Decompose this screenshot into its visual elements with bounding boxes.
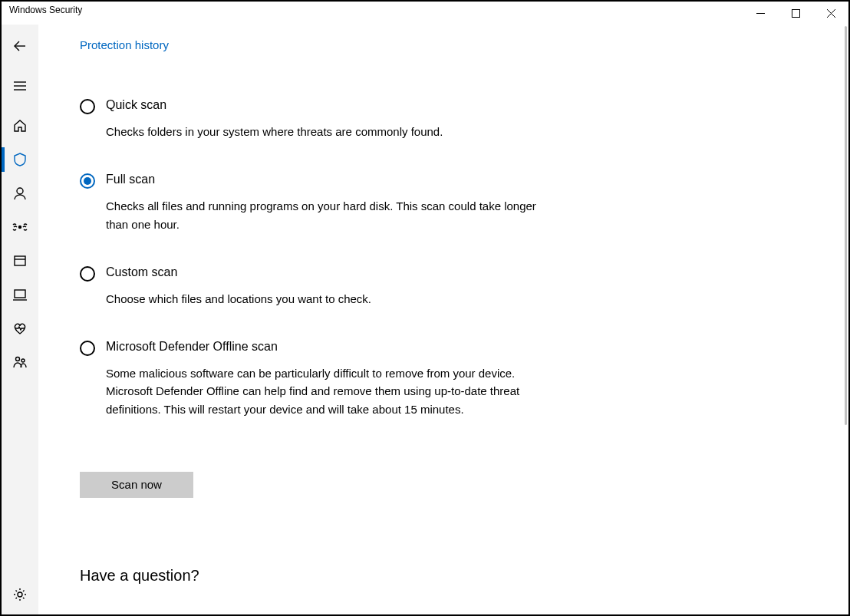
app-browser-icon: [12, 253, 28, 268]
titlebar: Windows Security: [2, 2, 848, 25]
scan-now-button[interactable]: Scan now: [80, 472, 193, 498]
option-desc: Some malicious software can be particula…: [106, 364, 543, 418]
body: Protection history Quick scan Checks fol…: [2, 25, 848, 614]
radio-offline-scan[interactable]: [80, 341, 95, 356]
option-offline-scan[interactable]: Microsoft Defender Offline scan Some mal…: [80, 340, 571, 418]
scan-options: Quick scan Checks folders in your system…: [80, 98, 571, 585]
nav-virus-threat[interactable]: [2, 143, 38, 176]
nav-app-browser[interactable]: [2, 244, 38, 278]
option-text: Full scan Checks all files and running p…: [106, 173, 571, 233]
svg-point-9: [19, 226, 21, 229]
window-security: Windows Security: [0, 0, 850, 616]
account-icon: [12, 186, 28, 201]
nav-family[interactable]: [2, 345, 38, 379]
option-title: Custom scan: [106, 265, 571, 279]
option-title: Full scan: [106, 173, 571, 186]
option-desc: Checks folders in your system where thre…: [106, 123, 543, 140]
svg-point-8: [17, 188, 23, 194]
svg-point-16: [18, 592, 22, 597]
option-desc: Checks all files and running programs on…: [106, 197, 543, 233]
option-title: Quick scan: [106, 98, 571, 112]
nav-menu[interactable]: [2, 69, 38, 103]
option-text: Microsoft Defender Offline scan Some mal…: [106, 340, 571, 418]
device-icon: [12, 287, 28, 302]
minimize-button[interactable]: [743, 2, 778, 25]
home-icon: [12, 118, 28, 133]
sidebar: [2, 25, 38, 614]
gear-icon: [12, 587, 28, 602]
option-quick-scan[interactable]: Quick scan Checks folders in your system…: [80, 98, 571, 140]
nav-home[interactable]: [2, 109, 38, 143]
radio-custom-scan[interactable]: [80, 266, 95, 282]
main-content: Protection history Quick scan Checks fol…: [38, 25, 848, 614]
option-desc: Choose which files and locations you wan…: [106, 290, 543, 308]
nav-device-performance[interactable]: [2, 311, 38, 345]
option-title: Microsoft Defender Offline scan: [106, 340, 571, 354]
firewall-icon: [12, 219, 28, 235]
back-icon: [12, 38, 28, 54]
svg-rect-1: [792, 9, 799, 17]
maximize-icon: [792, 9, 800, 18]
radio-full-scan[interactable]: [80, 173, 95, 189]
minimize-icon: [756, 9, 765, 18]
radio-quick-scan[interactable]: [80, 99, 95, 114]
nav-device-security[interactable]: [2, 278, 38, 311]
window-title: Windows Security: [2, 2, 743, 15]
have-a-question-heading: Have a question?: [80, 567, 571, 585]
option-text: Quick scan Checks folders in your system…: [106, 98, 571, 140]
protection-history-link[interactable]: Protection history: [80, 25, 169, 51]
maximize-button[interactable]: [778, 2, 813, 25]
menu-icon: [12, 78, 28, 94]
svg-point-15: [21, 359, 25, 362]
shield-icon: [12, 152, 28, 167]
window-controls: [743, 2, 848, 25]
family-icon: [12, 354, 28, 370]
svg-rect-10: [15, 256, 25, 265]
close-icon: [827, 9, 835, 18]
option-custom-scan[interactable]: Custom scan Choose which files and locat…: [80, 265, 571, 308]
option-text: Custom scan Choose which files and locat…: [106, 265, 571, 308]
heart-icon: [12, 321, 28, 336]
nav-account[interactable]: [2, 176, 38, 210]
close-button[interactable]: [813, 2, 848, 25]
vertical-scrollbar[interactable]: [845, 26, 847, 425]
svg-rect-12: [15, 290, 25, 298]
option-full-scan[interactable]: Full scan Checks all files and running p…: [80, 173, 571, 233]
nav-settings[interactable]: [2, 578, 38, 611]
nav-back[interactable]: [2, 29, 38, 63]
svg-point-14: [16, 357, 20, 361]
nav-firewall[interactable]: [2, 210, 38, 244]
